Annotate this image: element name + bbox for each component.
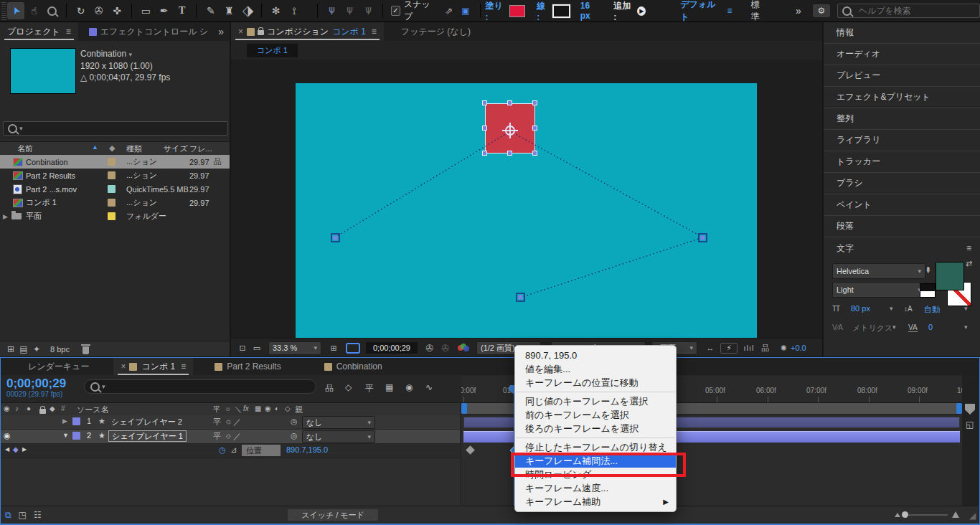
label-color-chip[interactable] <box>108 212 116 220</box>
project-row-selected[interactable]: Conbination ...ション 29.97 品 <box>0 155 230 169</box>
tab-composition[interactable]: × コンポジション コンポ 1 ≡ <box>231 22 384 41</box>
quality-switch-icon[interactable]: ＼ <box>235 405 242 415</box>
lock-icon[interactable] <box>258 30 264 35</box>
work-area-end-handle[interactable] <box>956 403 962 414</box>
label-color-chip[interactable] <box>108 199 116 207</box>
fill-label[interactable]: 塗り : <box>485 0 506 22</box>
switches-modes-button[interactable]: スイッチ / モード <box>288 509 378 521</box>
eye-icon[interactable]: ◉ <box>4 431 11 440</box>
property-name[interactable]: 位置 <box>242 445 281 456</box>
panel-item-brushes[interactable]: ブラシ <box>824 173 980 194</box>
shy-switch-icon[interactable]: 平 <box>213 417 221 427</box>
label-color-chip[interactable] <box>108 158 116 166</box>
fx-switch-icon[interactable]: fx <box>243 405 249 412</box>
comp-viewer[interactable] <box>231 60 822 338</box>
view-axis-mode-button[interactable]: ⋔ <box>360 2 377 19</box>
stroke-color-swatch[interactable] <box>552 4 570 18</box>
selection-handle[interactable] <box>482 126 487 131</box>
type-tool[interactable]: T <box>174 2 190 19</box>
channel-icon[interactable] <box>458 344 469 352</box>
panel-menu-icon[interactable]: ≡ <box>181 361 186 372</box>
label-color-chip[interactable] <box>108 185 116 193</box>
workspace-standard[interactable]: 標準 <box>751 0 767 23</box>
col-name[interactable]: 名前 <box>17 143 33 154</box>
selection-handle[interactable] <box>532 151 537 156</box>
kerning-value[interactable]: メトリクス <box>852 323 892 334</box>
stroke-label[interactable]: 線 : <box>537 0 550 22</box>
font-size-value[interactable]: 80 px <box>851 304 870 313</box>
close-icon[interactable]: × <box>121 361 126 372</box>
camera-tool[interactable]: ✇ <box>90 2 107 19</box>
selection-handle[interactable] <box>482 151 487 156</box>
marker-well-icon[interactable] <box>965 404 975 415</box>
draft-3d-icon[interactable]: ◇ <box>345 382 352 392</box>
expand-arrow-icon[interactable]: ▼ <box>62 432 69 439</box>
comp-timecode[interactable]: 0;00;00;29 <box>366 342 418 354</box>
panel-item-effects-presets[interactable]: エフェクト&プリセット <box>824 87 980 108</box>
collapse-switch-icon[interactable]: ☼ <box>225 431 232 440</box>
panel-menu-icon[interactable]: ≡ <box>966 243 971 253</box>
brush-tool[interactable]: ✎ <box>202 2 219 19</box>
panel-item-library[interactable]: ライブラリ <box>824 130 980 151</box>
menu-item-select-equal-keyframes[interactable]: 同じ値のキーフレームを選択 <box>515 394 676 408</box>
frame-blend-icon[interactable]: ▦ <box>385 382 393 392</box>
panel-item-character[interactable]: 文字 ≡ <box>824 237 980 259</box>
panel-menu-icon[interactable]: ≡ <box>372 27 377 37</box>
selection-handle[interactable] <box>507 100 512 105</box>
layer-color-chip[interactable] <box>72 432 80 440</box>
audio-icon[interactable]: ♪ <box>15 405 19 412</box>
show-snapshot-icon[interactable]: ✇ <box>438 343 453 354</box>
pen-tool[interactable]: ✒ <box>156 2 172 19</box>
workspace-menu-icon[interactable]: ≡ <box>727 6 732 16</box>
selection-handle[interactable] <box>532 100 537 105</box>
project-row[interactable]: Part 2 Results ...ション 29.97 <box>0 169 230 182</box>
flowchart-icon[interactable]: 品 <box>758 343 773 354</box>
text-fill-color-swatch[interactable] <box>936 262 964 290</box>
grid-guides-icon[interactable]: ⊞ <box>326 344 341 353</box>
bw-default-swatch[interactable] <box>920 283 936 298</box>
col-size[interactable]: サイズ <box>164 143 188 154</box>
layer-name-editing[interactable]: シェイプレイヤー 1 <box>108 430 187 442</box>
property-value[interactable]: 890.7,195.0 <box>286 445 328 454</box>
project-item-name[interactable]: Conbination <box>80 49 126 59</box>
col-number[interactable]: # <box>61 405 65 412</box>
workspace-active[interactable]: デフォルト <box>680 0 721 23</box>
expand-arrow-icon[interactable]: ▶ <box>62 417 67 425</box>
keyframe-diamond[interactable] <box>466 445 475 455</box>
trash-icon[interactable] <box>83 346 89 354</box>
menu-item-select-previous-keyframes[interactable]: 前のキーフレームを選択 <box>515 408 676 422</box>
color-depth-button[interactable]: 8 bpc <box>50 345 70 354</box>
position-property-row[interactable]: ◀ ◆ ▶ ◷ ⊿ 位置 890.7,195.0 <box>1 444 460 458</box>
col-source-name[interactable]: ソース名 <box>77 405 109 415</box>
magnification-dropdown[interactable]: 33.3 % ▾ <box>268 341 321 355</box>
close-icon[interactable]: × <box>238 27 243 37</box>
project-row-folder[interactable]: ▶ 平面 フォルダー <box>0 209 230 223</box>
layer-row-2-selected[interactable]: ◉ ▼ 2 ★ シェイプレイヤー 1 平 ☼ ／ ◎ なし ▾ <box>1 430 460 444</box>
tab-conbination[interactable]: Conbination <box>317 358 390 375</box>
parent-pickwhip-icon[interactable]: ◎ <box>291 431 298 440</box>
hand-tool[interactable]: ☝ <box>26 2 42 19</box>
comp-nav-breadcrumb[interactable]: コンポ 1 <box>247 44 298 57</box>
shy-switch-icon[interactable]: 平 <box>213 405 220 415</box>
eyedropper-icon[interactable]: ✒ <box>923 266 933 274</box>
roto-brush-tool[interactable]: ✻ <box>268 2 284 19</box>
menu-item-edit-value[interactable]: 値を編集... <box>515 362 676 376</box>
add-shape-button[interactable]: ▶ <box>637 6 646 16</box>
panel-item-info[interactable]: 情報 <box>824 22 980 44</box>
expand-arrow-icon[interactable]: ▶ <box>3 209 8 223</box>
eye-icon[interactable]: ◉ <box>4 405 10 412</box>
menu-item-keyframe-velocity[interactable]: キーフレーム速度... <box>515 481 676 495</box>
timeline-search-box[interactable]: ▾ <box>84 379 316 394</box>
local-axis-mode-button[interactable]: ⋔ <box>324 2 340 19</box>
label-column-icon[interactable]: ◆ <box>109 143 115 153</box>
fast-preview-icon[interactable]: ⚡ <box>720 343 738 354</box>
snap-region-icon[interactable]: ▣ <box>461 6 469 16</box>
snapshot-icon[interactable]: ✇ <box>422 343 438 354</box>
swap-colors-icon[interactable]: ⇄ <box>966 259 972 268</box>
stroke-width-value[interactable]: 16 px <box>580 1 601 21</box>
layer-color-chip[interactable] <box>72 417 80 425</box>
graph-editor-icon[interactable]: ∿ <box>425 382 433 392</box>
frame-blend-switch-icon[interactable]: ▦ <box>255 405 261 412</box>
current-timecode[interactable]: 0;00;00;29 <box>6 377 66 391</box>
zoom-tool[interactable] <box>44 2 60 19</box>
